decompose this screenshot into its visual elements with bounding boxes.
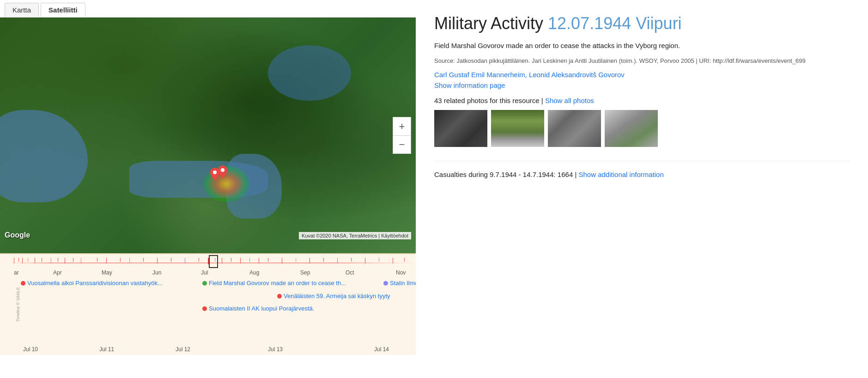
month-sep: Sep <box>300 269 310 276</box>
title-prefix: Military Activity <box>434 14 543 33</box>
event-source: Source: Jatkosodan pikkujättiläinen. Jar… <box>434 57 850 65</box>
month-nov: Nov <box>396 269 406 276</box>
timeline-section[interactable]: Timeline © SIMILE <box>0 253 416 355</box>
show-additional-info-link[interactable]: Show additional information <box>578 171 663 178</box>
month-aug: Aug <box>249 269 259 276</box>
month-apr: Apr <box>53 269 62 276</box>
timeline-ticks <box>9 254 416 267</box>
zoom-in-button[interactable]: + <box>393 117 411 135</box>
photo-thumb-2[interactable] <box>491 110 544 147</box>
day-11: Jul 11 <box>99 346 114 353</box>
map-attribution: Kuvat ©2020 NASA, TerraMetrics | Käyttöe… <box>299 232 411 239</box>
day-12: Jul 12 <box>176 346 190 353</box>
timeline-event-2[interactable]: Field Marshal Govorov made an order to c… <box>202 280 346 287</box>
title-date-location: 12.07.1944 Viipuri <box>548 14 682 33</box>
event-link-4[interactable]: Venäläisten 59. Armeija sai käskyn tyyty <box>284 293 390 299</box>
photo-thumbnails <box>434 110 850 147</box>
svg-point-1 <box>221 168 225 172</box>
timeline-event-3[interactable]: Stalin Ilmo <box>383 280 416 287</box>
event-title: Military Activity 12.07.1944 Viipuri <box>434 14 850 33</box>
event-description: Field Marshal Govorov made an order to c… <box>434 41 850 51</box>
event-dot-5 <box>202 306 207 311</box>
map-container[interactable]: Google Kuvat ©2020 NASA, TerraMetrics | … <box>0 18 416 253</box>
event-link-1[interactable]: Vuosalmella alkoi Panssaridivisioonan va… <box>27 280 163 287</box>
map-marker-2[interactable] <box>218 165 227 178</box>
event-link-5[interactable]: Suomalaisten II AK luopui Porajärvestä. <box>209 305 314 312</box>
persons-link[interactable]: Carl Gustaf Emil Mannerheim, Leonid Alek… <box>434 71 850 79</box>
timeline-event-5[interactable]: Suomalaisten II AK luopui Porajärvestä. <box>202 305 314 312</box>
event-dot-3 <box>383 281 388 286</box>
event-dot-2 <box>202 281 207 286</box>
photo-thumb-3[interactable] <box>548 110 601 147</box>
photos-count-text: 43 related photos for this resource <box>434 97 540 104</box>
divider <box>434 161 850 161</box>
timeline-selected-box <box>209 255 218 268</box>
month-may: May <box>102 269 112 276</box>
casualties-text: Casualties during 9.7.1944 - 14.7.1944: … <box>434 171 573 178</box>
event-dot-1 <box>21 281 25 286</box>
event-link-3[interactable]: Stalin Ilmo <box>390 280 416 287</box>
casualties-line: Casualties during 9.7.1944 - 14.7.1944: … <box>434 171 850 178</box>
event-link-2[interactable]: Field Marshal Govorov made an order to c… <box>209 280 346 287</box>
day-14: Jul 14 <box>374 346 389 353</box>
show-info-page-link[interactable]: Show information page <box>434 81 850 89</box>
timeline-event-1[interactable]: Vuosalmella alkoi Panssaridivisioonan va… <box>21 280 163 287</box>
month-jul: Jul <box>201 269 208 276</box>
timeline-events: Vuosalmella alkoi Panssaridivisioonan va… <box>9 280 416 355</box>
map-zoom-controls: + − <box>393 117 411 154</box>
day-10: Jul 10 <box>23 346 38 353</box>
photo-thumb-1[interactable] <box>434 110 487 147</box>
google-logo: Google <box>5 231 30 239</box>
month-oct: Oct <box>346 269 354 276</box>
day-13: Jul 13 <box>268 346 283 353</box>
show-all-photos-link[interactable]: Show all photos <box>545 97 594 104</box>
photo-thumb-4[interactable] <box>605 110 658 147</box>
zoom-out-button[interactable]: − <box>393 135 411 154</box>
event-dot-4 <box>277 294 282 299</box>
photos-line: 43 related photos for this resource | Sh… <box>434 97 850 104</box>
map-tabs: Kartta Satelliitti <box>0 0 416 18</box>
timeline-event-4[interactable]: Venäläisten 59. Armeija sai käskyn tyyty <box>277 293 390 299</box>
tab-satelliitti[interactable]: Satelliitti <box>41 3 85 17</box>
svg-point-0 <box>213 171 217 174</box>
timeline-months: ar Apr May Jun Jul Aug Sep Oct Nov <box>9 268 416 277</box>
timeline-day-labels: Jul 10 Jul 11 Jul 12 Jul 13 Jul 14 <box>9 345 416 354</box>
water-white-sea <box>268 45 351 101</box>
month-ar: ar <box>14 269 19 276</box>
tab-kartta[interactable]: Kartta <box>5 3 39 17</box>
info-panel: Military Activity 12.07.1944 Viipuri Fie… <box>416 0 868 378</box>
month-jun: Jun <box>152 269 161 276</box>
